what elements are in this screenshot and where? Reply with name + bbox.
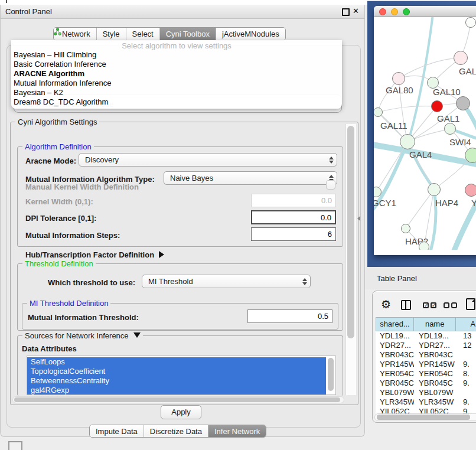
table-row[interactable]: YBL079W YBL079W	[376, 388, 476, 397]
scrollbar-thumb[interactable]	[377, 415, 470, 420]
manual-kernel-width-checkbox[interactable]	[326, 180, 335, 190]
graph-node[interactable]	[401, 224, 410, 233]
table-horizontal-scrollbar[interactable]	[374, 413, 476, 421]
mac-minimize-icon[interactable]	[391, 8, 398, 15]
tab-infer-network[interactable]: Infer Network	[208, 425, 266, 437]
tab-cyni-toolbox[interactable]: Cyni Toolbox	[160, 28, 216, 40]
tab-label: Select	[132, 30, 154, 38]
graph-node[interactable]	[428, 183, 441, 196]
combo-value: MI Threshold	[148, 277, 299, 286]
algorithm-list-item[interactable]: Bayesian – K2	[11, 88, 342, 97]
tab-style[interactable]: Style	[97, 28, 126, 40]
table-row[interactable]: YPR145W YPR145W 9.	[376, 360, 476, 369]
cell-shared-name: YDR27...	[376, 341, 414, 350]
tab-label: jActiveMNodules	[222, 30, 279, 38]
graph-node[interactable]	[400, 134, 415, 149]
column-header[interactable]: shared...	[376, 317, 414, 331]
kernel-width-field[interactable]: 0.0	[251, 194, 336, 207]
graph-node[interactable]	[465, 184, 476, 197]
attribute-list-item[interactable]: gal4RGexp	[27, 386, 326, 395]
list-scrollbar-thumb[interactable]	[328, 358, 334, 391]
collapsed-arrow-icon	[159, 251, 164, 258]
group-title: Cyni Algorithm Settings	[15, 118, 99, 126]
data-attributes-list[interactable]: SelfLoops TopologicalCoefficient Between…	[27, 356, 336, 395]
gear-icon[interactable]: ⚙	[381, 299, 391, 310]
table-row[interactable]: YDL19... YDL19... 13	[376, 331, 476, 341]
select-all-icon[interactable]: ✓ ✓	[423, 302, 436, 308]
table-row[interactable]: YER054C YER054C 8.	[376, 369, 476, 379]
tab-select[interactable]: Select	[126, 28, 160, 40]
table-row[interactable]: YDR27... YDR27... 12	[376, 341, 476, 350]
graph-node[interactable]	[454, 51, 468, 65]
scrollbar-thumb[interactable]	[347, 126, 354, 338]
dpi-tolerance-field[interactable]: 0.0	[251, 210, 336, 224]
top-tick	[6, 0, 7, 3]
mac-close-icon[interactable]	[379, 8, 386, 15]
graph-node[interactable]	[456, 96, 470, 110]
minimized-panel-icon[interactable]	[8, 441, 22, 450]
network-canvas[interactable]: GALGAL80GAL10GAL1SWI4GAL11GAL4GCY1HAP4YH…	[374, 17, 476, 250]
new-document-icon[interactable]	[466, 298, 475, 310]
settings-vertical-scrollbar[interactable]	[345, 124, 356, 395]
sources-toggle[interactable]: Sources for Network Inference	[22, 331, 143, 340]
manual-kernel-width-label: Manual Kernel Width Definition	[25, 182, 139, 191]
settings-horizontal-scrollbar[interactable]	[12, 396, 344, 403]
graph-node[interactable]	[465, 17, 476, 28]
apply-button[interactable]: Apply	[161, 405, 201, 419]
algorithm-list-item[interactable]: Mutual Information Inference	[11, 79, 342, 88]
tab-discretize-data[interactable]: Discretize Data	[144, 425, 208, 437]
graph-node-label: GCY1	[374, 198, 396, 208]
close-icon[interactable]: ✕	[353, 6, 359, 15]
split-columns-icon[interactable]	[401, 300, 411, 310]
float-window-icon[interactable]	[342, 8, 350, 16]
cell-name: YBL079W	[414, 388, 457, 397]
hub-definition-label: Hub/Transcription Factor Definition	[25, 250, 154, 259]
cell-value: 8.	[457, 369, 476, 379]
tab-label: Network	[62, 30, 90, 38]
stepper-arrows-icon	[302, 278, 307, 285]
graph-node-label: GAL4	[409, 149, 432, 159]
network-window-titlebar[interactable]	[374, 6, 476, 17]
graph-node[interactable]	[419, 242, 429, 250]
tab-label: Discretize Data	[150, 427, 202, 436]
data-attributes-label: Data Attributes	[22, 344, 77, 353]
bottom-tab-bar: Impute Data Discretize Data Infer Networ…	[89, 425, 266, 438]
mi-steps-field[interactable]: 6	[251, 227, 336, 241]
node-table: shared... name A YDL19... YDL19... 13 YD…	[376, 317, 476, 416]
table-row[interactable]: YBR045C YBR045C 9.	[376, 379, 476, 388]
algorithm-list-item[interactable]: Bayesian – Hill Climbing	[11, 50, 342, 60]
graph-node[interactable]	[465, 148, 476, 163]
table-row[interactable]: YLR345W YLR345W 9.	[376, 397, 476, 407]
graph-node[interactable]	[392, 72, 405, 85]
mi-algorithm-type-combobox[interactable]: Naive Bayes	[164, 171, 337, 185]
tab-impute-data[interactable]: Impute Data	[90, 425, 144, 437]
attribute-list-item[interactable]: BetweennessCentrality	[27, 376, 326, 386]
scrollbar-thumb[interactable]	[14, 397, 340, 402]
algorithm-list-item[interactable]: Basic Correlation Inference	[11, 60, 342, 69]
combo-value: Discovery	[85, 155, 325, 164]
panel-collapse-arrow[interactable]	[357, 216, 360, 221]
algorithm-list-item[interactable]: ARACNE Algorithm	[11, 69, 342, 79]
mac-zoom-icon[interactable]	[403, 8, 410, 15]
graph-node-label: GAL11	[380, 120, 407, 131]
deselect-all-icon[interactable]	[444, 302, 457, 308]
cell-name: YBR043C	[414, 350, 457, 360]
table-row[interactable]: YBR043C YBR043C	[376, 350, 476, 360]
hub-definition-toggle[interactable]: Hub/Transcription Factor Definition	[25, 250, 164, 259]
unchecked-box-icon	[444, 302, 449, 308]
mi-threshold-field[interactable]: 0.5	[247, 309, 332, 323]
graph-node[interactable]	[444, 123, 456, 135]
column-header[interactable]: name	[414, 317, 457, 331]
algorithm-list-item[interactable]: Dream8 DC_TDC Algorithm	[11, 97, 342, 107]
tab-jactivemnodules[interactable]: jActiveMNodules	[216, 28, 285, 40]
column-header[interactable]: A	[456, 317, 476, 331]
table-panel-header: Table Panel	[365, 267, 476, 289]
attribute-list-item[interactable]: SelfLoops	[27, 357, 326, 367]
which-threshold-combobox[interactable]: MI Threshold	[142, 275, 311, 288]
algorithm-list: Bayesian – Hill Climbing Basic Correlati…	[11, 50, 342, 107]
cell-value: 9.	[457, 379, 476, 388]
aracne-mode-combobox[interactable]: Discovery	[79, 153, 337, 167]
tab-network[interactable]: Network	[54, 28, 97, 40]
graph-node[interactable]	[431, 100, 443, 112]
attribute-list-item[interactable]: TopologicalCoefficient	[27, 367, 326, 376]
